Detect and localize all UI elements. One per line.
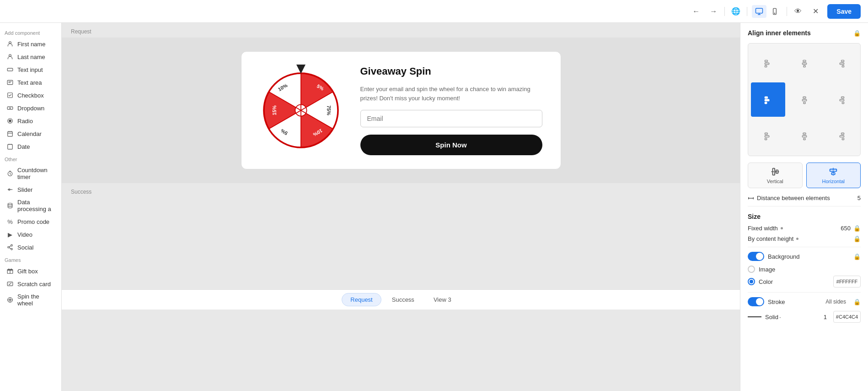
sidebar-item-gift-box[interactable]: Gift box bbox=[2, 265, 59, 277]
stroke-color-swatch[interactable]: #C4C4C4 bbox=[833, 311, 861, 323]
tab-success[interactable]: Success bbox=[383, 293, 423, 306]
stroke-lock-icon[interactable]: 🔒 bbox=[853, 299, 861, 305]
panel-lock-icon[interactable]: 🔒 bbox=[853, 30, 861, 37]
mobile-device-btn[interactable] bbox=[767, 5, 782, 18]
widget-email-input[interactable] bbox=[360, 110, 542, 127]
widget-spin-button[interactable]: Spin Now bbox=[360, 135, 542, 155]
svg-line-30 bbox=[9, 248, 11, 249]
svg-rect-0 bbox=[756, 8, 763, 13]
align-middle-center[interactable] bbox=[787, 82, 821, 117]
svg-point-6 bbox=[9, 54, 11, 57]
widget-right: Giveaway Spin Enter your email and spin … bbox=[360, 65, 542, 155]
horizontal-align-btn[interactable]: Horizontal bbox=[806, 163, 861, 188]
tab-request[interactable]: Request bbox=[342, 293, 381, 306]
align-top-right[interactable] bbox=[823, 46, 857, 81]
scratch-icon bbox=[6, 280, 14, 288]
wheel-icon bbox=[6, 296, 14, 304]
svg-rect-80 bbox=[841, 133, 844, 134]
sidebar-item-checkbox[interactable]: Checkbox bbox=[2, 89, 59, 102]
distance-value[interactable]: 5 bbox=[857, 195, 861, 201]
tab-view3[interactable]: View 3 bbox=[425, 293, 460, 306]
sidebar-item-dropdown[interactable]: Dropdown bbox=[2, 102, 59, 114]
svg-rect-67 bbox=[765, 102, 766, 103]
stroke-type-dot: · bbox=[779, 314, 781, 320]
svg-rect-69 bbox=[802, 99, 806, 101]
sidebar-item-data-processing[interactable]: Data processing a bbox=[2, 196, 59, 215]
background-color-swatch[interactable]: #FFFFFF bbox=[833, 276, 861, 288]
fixed-width-label-text: Fixed width bbox=[748, 225, 778, 232]
sidebar-item-text-input[interactable]: Text input bbox=[2, 63, 59, 76]
desktop-device-btn[interactable] bbox=[752, 5, 766, 18]
toolbar-sep-1 bbox=[724, 7, 725, 16]
background-color-option[interactable]: Color #FFFFFF bbox=[748, 276, 861, 288]
image-radio-dot[interactable] bbox=[748, 266, 755, 273]
svg-rect-56 bbox=[765, 60, 767, 61]
fixed-width-value[interactable]: 650 bbox=[841, 225, 851, 232]
color-radio-label: Color bbox=[759, 278, 773, 285]
canvas-request-label: Request bbox=[62, 23, 740, 38]
toolbar-icons: ← → 🌐 👁 ✕ bbox=[690, 5, 822, 18]
sidebar-item-video[interactable]: ▶ Video bbox=[2, 228, 59, 241]
preview-icon[interactable]: 👁 bbox=[792, 5, 804, 18]
sidebar-item-promo-code[interactable]: % Promo code bbox=[2, 215, 59, 228]
sidebar-item-text-area[interactable]: Text area bbox=[2, 76, 59, 89]
fixed-width-lock-icon[interactable]: 🔒 bbox=[853, 225, 861, 232]
align-middle-left[interactable] bbox=[751, 82, 785, 117]
sidebar-item-calendar[interactable]: Calendar bbox=[2, 127, 59, 140]
by-content-lock-icon[interactable]: 🔒 bbox=[853, 235, 861, 242]
background-image-option[interactable]: Image bbox=[748, 266, 861, 273]
stroke-toggle[interactable] bbox=[748, 297, 764, 306]
close-icon[interactable]: ✕ bbox=[809, 5, 822, 18]
align-top-left[interactable] bbox=[751, 46, 785, 81]
sidebar-item-countdown-timer[interactable]: Countdown timer bbox=[2, 164, 59, 183]
sidebar-item-label: Countdown timer bbox=[17, 167, 55, 180]
stroke-type-label: Solid bbox=[765, 314, 778, 320]
svg-rect-79 bbox=[803, 138, 805, 140]
align-top-center[interactable] bbox=[787, 46, 821, 81]
sidebar-item-label: Dropdown bbox=[17, 105, 44, 112]
sidebar-item-last-name[interactable]: Last name bbox=[2, 50, 59, 63]
redo-icon[interactable]: → bbox=[707, 5, 720, 18]
svg-rect-59 bbox=[803, 60, 806, 61]
svg-point-37 bbox=[10, 299, 11, 300]
sidebar-item-spin-wheel[interactable]: Spin the wheel bbox=[2, 290, 59, 310]
canvas-success-label: Success bbox=[62, 183, 740, 198]
save-button[interactable]: Save bbox=[827, 4, 861, 19]
svg-line-31 bbox=[9, 246, 11, 247]
stroke-type-dropdown[interactable]: Solid · bbox=[765, 314, 781, 320]
sidebar-item-slider[interactable]: Slider bbox=[2, 183, 59, 196]
align-bottom-center[interactable] bbox=[787, 119, 821, 153]
svg-point-28 bbox=[8, 246, 10, 248]
stroke-type-row: Solid · 1 #C4C4C4 bbox=[748, 311, 861, 323]
sidebar-item-first-name[interactable]: First name bbox=[2, 38, 59, 50]
timer-icon bbox=[6, 170, 14, 177]
sidebar-item-radio[interactable]: Radio bbox=[2, 114, 59, 127]
device-group bbox=[752, 5, 782, 18]
radio-icon bbox=[6, 117, 14, 125]
sidebar-item-date[interactable]: Date bbox=[2, 140, 59, 153]
sidebar-item-label: Last name bbox=[17, 54, 45, 60]
color-radio-dot[interactable] bbox=[748, 278, 755, 285]
vertical-align-btn[interactable]: Vertical bbox=[748, 163, 803, 188]
stroke-width-value[interactable]: 1 bbox=[824, 314, 827, 320]
background-toggle[interactable] bbox=[748, 252, 764, 261]
by-content-label: By content height bbox=[748, 235, 798, 242]
by-content-dot bbox=[796, 238, 798, 240]
svg-rect-76 bbox=[765, 138, 766, 140]
align-direction-row: Vertical Horizontal bbox=[748, 163, 861, 188]
align-bottom-left[interactable] bbox=[751, 119, 785, 153]
canvas-widget-area[interactable]: 5% 75% 10% 5% 15% 10% Giveaway Spin Ente… bbox=[62, 38, 740, 183]
widget-description: Enter your email and spin the wheel for … bbox=[360, 85, 542, 103]
sidebar-item-social[interactable]: Social bbox=[2, 241, 59, 254]
align-middle-right[interactable] bbox=[823, 82, 857, 117]
undo-icon[interactable]: ← bbox=[690, 5, 702, 18]
promo-icon: % bbox=[6, 218, 14, 225]
divider-1 bbox=[748, 206, 861, 206]
align-bottom-right[interactable] bbox=[823, 119, 857, 153]
svg-rect-78 bbox=[802, 136, 806, 137]
sidebar-item-scratch-card[interactable]: Scratch card bbox=[2, 277, 59, 290]
vertical-label: Vertical bbox=[767, 179, 783, 184]
background-lock-icon[interactable]: 🔒 bbox=[853, 253, 861, 260]
sidebar-item-label: Spin the wheel bbox=[17, 293, 55, 307]
globe-icon[interactable]: 🌐 bbox=[729, 5, 742, 18]
